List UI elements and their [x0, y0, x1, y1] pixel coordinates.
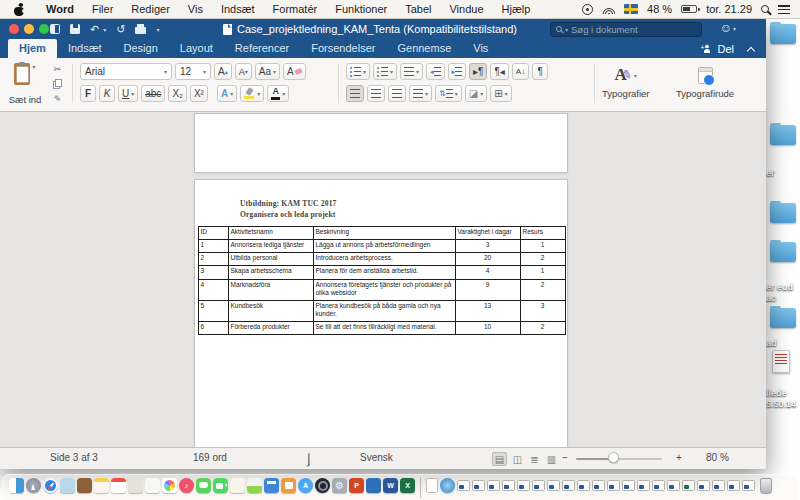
dock-quicktime-icon[interactable]	[315, 478, 330, 493]
menu-indsæt[interactable]: Indsæt	[212, 0, 264, 19]
dock-system-preferences-icon[interactable]	[332, 478, 347, 493]
notification-center-icon[interactable]	[778, 5, 790, 14]
dock-downloads-icon[interactable]	[440, 478, 455, 493]
align-left-button[interactable]	[346, 85, 364, 102]
paste-button[interactable]: ▾	[8, 63, 42, 91]
desktop-file-icon[interactable]	[772, 350, 790, 373]
dock-calendar-icon[interactable]	[111, 478, 126, 493]
zoom-out-button[interactable]: −	[562, 452, 568, 463]
undo-icon[interactable]: ↶	[90, 24, 99, 35]
undo-caret-icon[interactable]: ▾	[103, 26, 106, 33]
increase-indent-button[interactable]: ▸	[448, 63, 467, 80]
subscript-button[interactable]: X₂	[168, 85, 187, 102]
line-spacing-button[interactable]: ⇅▾	[435, 85, 462, 102]
format-painter-button[interactable]: ✎	[50, 92, 65, 106]
zoom-in-button[interactable]: +	[676, 452, 682, 463]
close-button[interactable]	[9, 24, 19, 34]
input-language-flag-icon[interactable]	[624, 4, 638, 14]
desktop-folder-icon[interactable]	[770, 203, 796, 223]
print-layout-view-button[interactable]: ▤	[492, 452, 507, 466]
zoom-slider-track[interactable]	[576, 458, 662, 460]
menu-vindue[interactable]: Vindue	[440, 0, 492, 19]
dock-minimized-window[interactable]	[667, 480, 680, 491]
decrease-indent-button[interactable]: ◂	[426, 63, 445, 80]
numbering-button[interactable]: ▾	[373, 63, 397, 80]
show-marks-button[interactable]: ¶	[532, 63, 548, 80]
tab-hjem[interactable]: Hjem	[8, 39, 57, 58]
dock-preview-icon[interactable]	[60, 478, 75, 493]
share-button[interactable]: Del	[717, 43, 734, 55]
dock-document-icon[interactable]	[426, 478, 438, 493]
dock-facetime-icon[interactable]	[213, 478, 228, 493]
word-count[interactable]: 169 ord	[193, 452, 227, 463]
dock-contacts-icon[interactable]	[128, 478, 143, 493]
multilevel-list-button[interactable]: ▾	[400, 63, 423, 80]
align-right-button[interactable]	[388, 85, 406, 102]
dock-excel-icon[interactable]: X	[400, 478, 415, 493]
dock-powerpoint-icon[interactable]: P	[349, 478, 364, 493]
bold-button[interactable]: F	[80, 85, 96, 102]
dock-ibooks-icon[interactable]	[281, 478, 296, 493]
ltr-paragraph-button[interactable]: ▸¶	[469, 63, 487, 80]
dock-itunes-icon[interactable]: ♪	[179, 478, 194, 493]
dock-pages-icon[interactable]	[230, 478, 245, 493]
sort-button[interactable]: A↓	[512, 63, 529, 80]
align-center-button[interactable]	[367, 85, 385, 102]
shading-button[interactable]: ◪▾	[465, 85, 487, 102]
tab-referencer[interactable]: Referencer	[224, 39, 300, 58]
dock-onedrive-icon[interactable]	[366, 478, 381, 493]
dock-minimized-window[interactable]	[457, 480, 470, 491]
dock-minimized-window[interactable]	[592, 480, 605, 491]
dock-minimized-window[interactable]	[637, 480, 650, 491]
tab-indsæt[interactable]: Indsæt	[57, 39, 113, 58]
tab-layout[interactable]: Layout	[169, 39, 224, 58]
bullets-button[interactable]: ▾	[346, 63, 370, 80]
zoom-button[interactable]	[39, 24, 49, 34]
spotlight-icon[interactable]	[761, 5, 769, 13]
dock-minimized-window[interactable]	[532, 480, 545, 491]
zoom-slider-knob[interactable]	[608, 452, 619, 463]
styles-button[interactable]: A✎▾ Typografier	[602, 63, 650, 99]
dock-numbers-icon[interactable]	[247, 478, 262, 493]
feedback-smiley-icon[interactable]: ☺▾	[720, 21, 736, 35]
battery-icon[interactable]	[681, 5, 697, 13]
outline-view-button[interactable]: ≣	[527, 452, 542, 466]
rtl-paragraph-button[interactable]: ¶◂	[490, 63, 508, 80]
document-canvas[interactable]: Utbildning: KAM TUC 2017 Organisera och …	[0, 112, 766, 447]
clear-formatting-button[interactable]: A	[283, 63, 306, 80]
strikethrough-button[interactable]: abc	[141, 85, 165, 102]
justify-button[interactable]: ▾	[409, 85, 432, 102]
grow-font-button[interactable]: A▴	[214, 63, 232, 80]
dock-minimized-window[interactable]	[472, 480, 485, 491]
dock-photos-icon[interactable]	[162, 478, 177, 493]
dock-minimized-window[interactable]	[517, 480, 530, 491]
spellcheck-icon[interactable]	[308, 453, 310, 466]
draft-view-button[interactable]: ▥	[544, 452, 559, 466]
styles-pane-button[interactable]: Typografirude	[676, 63, 734, 99]
menu-filer[interactable]: Filer	[83, 0, 122, 19]
menu-vis[interactable]: Vis	[179, 0, 212, 19]
change-case-button[interactable]: Aa▾	[255, 63, 280, 80]
print-icon[interactable]	[135, 27, 146, 34]
dock-minimized-window[interactable]	[727, 480, 740, 491]
tab-design[interactable]: Design	[113, 39, 169, 58]
text-effects-button[interactable]: A▾	[217, 85, 237, 102]
dock-keynote-icon[interactable]	[264, 478, 279, 493]
menu-formatér[interactable]: Formatér	[264, 0, 327, 19]
dock-reminders-icon[interactable]	[145, 478, 160, 493]
shrink-font-button[interactable]: A▾	[235, 63, 252, 80]
sidebar-toggle-icon[interactable]	[50, 24, 60, 34]
apple-menu-icon[interactable]	[14, 3, 25, 16]
dock-trash-icon[interactable]	[760, 478, 772, 494]
dock-appstore-icon[interactable]: A	[298, 478, 313, 493]
minimize-button[interactable]	[24, 24, 34, 34]
wifi-icon[interactable]	[602, 4, 615, 14]
dock-minimized-window[interactable]	[502, 480, 515, 491]
dock-minimized-window[interactable]	[697, 480, 710, 491]
language-indicator[interactable]: Svensk	[360, 452, 393, 463]
underline-button[interactable]: U▾	[118, 85, 138, 102]
desktop-folder-icon[interactable]	[770, 242, 796, 262]
dock-notebook-icon[interactable]	[77, 478, 92, 493]
cut-button[interactable]: ✂	[50, 62, 65, 76]
italic-button[interactable]: K	[99, 85, 115, 102]
